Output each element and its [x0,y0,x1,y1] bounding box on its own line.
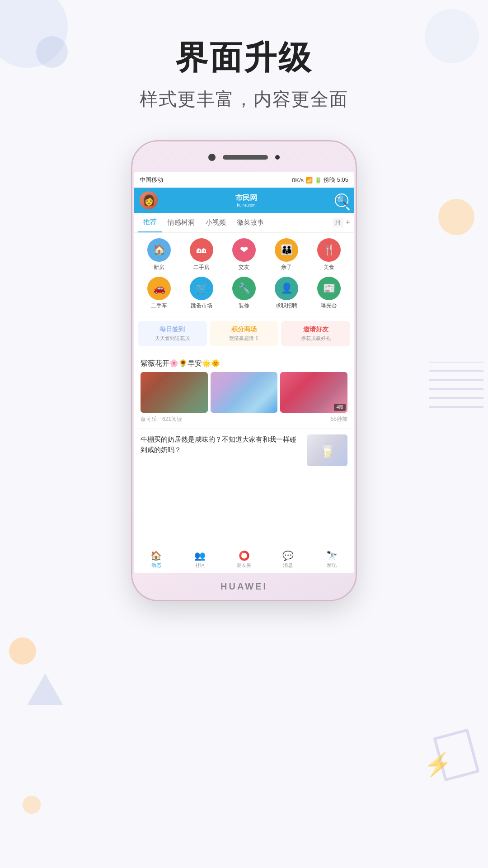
nav-item-messages[interactable]: 💬 消息 [266,546,310,573]
cat-renovation-icon: 🔧 [232,277,256,300]
banner-invite-title: 邀请好友 [285,326,347,334]
feed-image-3[interactable]: 4图 [280,372,347,413]
cat-food[interactable]: 🍴 美食 [308,238,350,271]
nav-item-friends[interactable]: ⭕ 朋友圈 [222,546,266,573]
app-header: 👩 市民网 huins.com 🔍 [134,188,354,213]
cat-friends[interactable]: ❤ 交友 [223,238,265,271]
deco-circle-orange-bottomleft [9,637,36,665]
cat-friends-label: 交友 [239,264,249,271]
feed-image-2[interactable] [211,372,278,413]
banner-daily-signin-sub: 天天签到送花贝 [141,335,203,342]
tab-video[interactable]: 小视频 [200,213,231,232]
cat-used-house-icon: 🏘 [190,238,213,262]
phone-frame: 中国移动 0K/s 📶 🔋 傍晚 5:05 👩 市民网 huins.com 🔍 [131,140,357,601]
nav-item-community[interactable]: 👥 社区 [178,546,222,573]
image-count-badge: 4图 [334,404,346,411]
cat-flea-market-icon: 🛒 [190,277,213,300]
banner-points-title: 积分商场 [213,326,275,334]
nav-tab-more: 封 + [333,218,350,227]
feed-icon: 🏠 [150,550,162,561]
cat-new-house-icon: 🏠 [147,238,171,262]
cat-used-house[interactable]: 🏘 二手房 [180,238,223,271]
nav-messages-label: 消息 [283,562,293,569]
banner-daily-signin[interactable]: 每日签到 天天签到送花贝 [138,321,207,346]
deco-triangle-bottomleft [27,674,63,705]
tab-cuisine[interactable]: 徽菜故事 [231,213,269,232]
tab-recommend[interactable]: 推荐 [138,213,162,232]
cat-new-house-label: 新房 [154,264,164,271]
feed-item-2[interactable]: 牛棚买的奶居然是咸味的？不知道大家有和我一样碰到咸的奶吗？ 🥛 [134,429,354,472]
cat-renovation[interactable]: 🔧 装修 [223,277,265,310]
carrier-label: 中国移动 [140,176,163,184]
plus-icon[interactable]: + [345,218,350,227]
cat-flea-market[interactable]: 🛒 跳蚤市场 [180,277,223,310]
signal-icons: 📶 [305,177,313,184]
deco-lines-right [429,362,483,452]
deco-circle-small-bottomleft [23,796,41,814]
cat-parenting[interactable]: 👪 亲子 [265,238,308,271]
nav-item-discover[interactable]: 🔭 发现 [310,546,354,573]
status-bar: 中国移动 0K/s 📶 🔋 傍晚 5:05 [134,172,354,188]
camera-dot-left [208,154,216,161]
feed-author-reads: 薇可乐 621阅读 [141,415,182,423]
feed-item2-text: 牛棚买的奶居然是咸味的？不知道大家有和我一样碰到咸的奶吗？ [141,434,302,466]
cat-renovation-label: 装修 [239,302,249,310]
feed-section: 紫薇花开🌸🌻早安🌟🌞 4图 薇可乐 621阅读 58秒前 [134,354,354,429]
deco-arrow-bottomright: ⚡ [424,751,452,778]
cat-jobs-icon: 👤 [275,277,298,300]
feed-item-title: 紫薇花开🌸🌻早安🌟🌞 [134,354,354,372]
tab-emotion[interactable]: 情感树洞 [162,213,200,232]
cat-used-car[interactable]: 🚗 二手车 [138,277,180,310]
phone-brand: HUAWEI [221,581,267,592]
sensor-dot [275,155,280,160]
discover-icon: 🔭 [326,550,338,561]
user-avatar[interactable]: 👩 [140,191,158,209]
nav-tabs: 推荐 情感树洞 小视频 徽菜故事 封 + [134,213,354,233]
deco-circle-orange-right [438,199,474,235]
cat-parenting-icon: 👪 [275,238,298,262]
feed-item2-image: 🥛 [307,434,347,466]
feed-images: 4图 [134,372,354,413]
app-logo-chinese: 市民网 [235,193,257,203]
cat-expose-icon: 📰 [317,277,341,300]
cat-used-car-label: 二手车 [151,302,167,310]
cat-used-car-icon: 🚗 [147,277,171,300]
banner-invite[interactable]: 邀请好友 挣花贝赢好礼 [281,321,350,346]
phone-screen: 中国移动 0K/s 📶 🔋 傍晚 5:05 👩 市民网 huins.com 🔍 [134,172,354,573]
category-grid: 🏠 新房 🏘 二手房 ❤ 交友 👪 亲子 🍴 美食 [134,233,354,317]
cat-jobs-label: 求职招聘 [276,302,297,310]
feed-meta: 薇可乐 621阅读 58秒前 [134,413,354,429]
banner-points[interactable]: 积分商场 竞猜赢超港卡 [210,321,279,346]
feed-image-1[interactable] [141,372,208,413]
cat-food-label: 美食 [324,264,334,271]
friends-icon: ⭕ [239,550,250,561]
bottom-nav: 🏠 动态 👥 社区 ⭕ 朋友圈 💬 消息 🔭 发现 [134,546,354,573]
cat-parenting-label: 亲子 [281,264,292,271]
messages-icon: 💬 [282,550,294,561]
cat-used-house-label: 二手房 [193,264,210,271]
banner-daily-signin-title: 每日签到 [141,326,203,334]
tab-seal[interactable]: 封 [333,218,343,227]
app-logo-english: huins.com [235,203,257,208]
nav-item-feed[interactable]: 🏠 动态 [134,546,178,573]
phone-outer: 中国移动 0K/s 📶 🔋 傍晚 5:05 👩 市民网 huins.com 🔍 [131,140,357,601]
feed-time: 58秒前 [331,415,347,423]
app-logo: 市民网 huins.com [235,193,257,208]
status-right: 0K/s 📶 🔋 傍晚 5:05 [292,176,348,184]
speed-label: 0K/s [292,177,304,184]
banner-points-sub: 竞猜赢超港卡 [213,335,275,342]
community-icon: 👥 [194,550,206,561]
nav-friends-label: 朋友圈 [237,562,252,569]
cat-jobs[interactable]: 👤 求职招聘 [265,277,308,310]
hero-subtitle: 样式更丰富，内容更全面 [0,87,488,112]
speaker-bar [223,155,268,160]
action-banners: 每日签到 天天签到送花贝 积分商场 竞猜赢超港卡 邀请好友 挣花贝赢好礼 [134,317,354,350]
nav-feed-label: 动态 [151,562,161,569]
cat-food-icon: 🍴 [317,238,341,262]
banner-invite-sub: 挣花贝赢好礼 [285,335,347,342]
time-label: 傍晚 5:05 [324,176,348,184]
cat-new-house[interactable]: 🏠 新房 [138,238,180,271]
phone-bottom-bar: HUAWEI [132,573,356,600]
cat-expose[interactable]: 📰 曝光台 [308,277,350,310]
search-icon[interactable]: 🔍 [335,193,348,207]
